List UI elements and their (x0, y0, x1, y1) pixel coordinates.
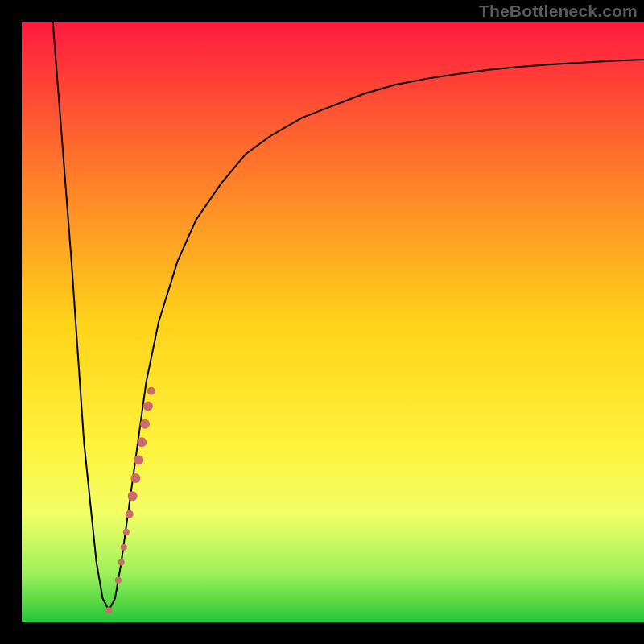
data-point (140, 419, 150, 429)
data-point (126, 510, 134, 518)
data-point (121, 544, 127, 551)
data-point (137, 437, 147, 447)
data-point (115, 577, 122, 584)
plot-gradient-bg (22, 22, 644, 622)
watermark-text: TheBottleneck.com (479, 2, 638, 21)
data-point (134, 456, 143, 465)
data-point (147, 387, 155, 395)
data-point (105, 607, 112, 613)
data-point (118, 559, 125, 565)
data-point (143, 401, 153, 411)
chart-container: TheBottleneck.com (0, 0, 644, 644)
data-point (128, 491, 138, 501)
bottleneck-plot (0, 0, 644, 644)
data-point (123, 529, 130, 535)
data-point (130, 473, 140, 483)
